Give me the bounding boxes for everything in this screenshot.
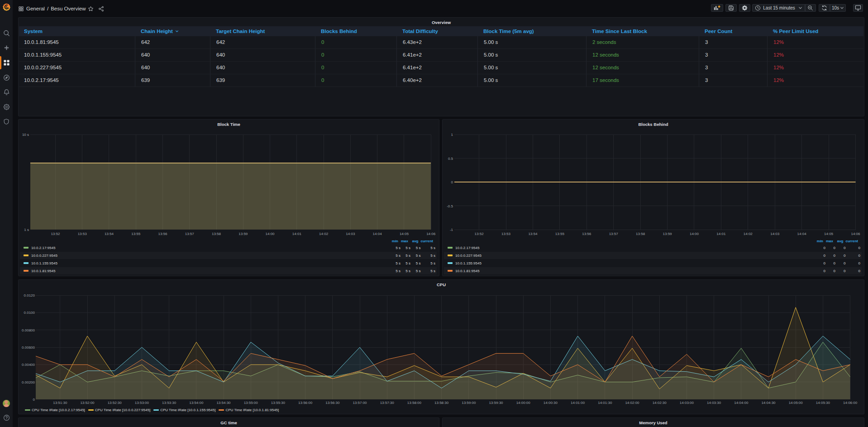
legend-stat-header[interactable]: min — [817, 239, 823, 244]
save-dashboard-button[interactable] — [725, 4, 737, 12]
sidebar-item-server-admin[interactable] — [0, 115, 13, 128]
table-cell: 640 — [210, 49, 315, 62]
x-tick-label: 13:52:30 — [108, 401, 122, 405]
legend-series-name[interactable]: 10.0.2.17:9545 — [31, 246, 55, 250]
legend-series-name[interactable]: 10.0.1.81:9545 — [31, 269, 55, 273]
legend-stat-header[interactable]: current — [420, 239, 433, 244]
legend-series-name[interactable]: 10.0.1.155:9545 — [455, 261, 482, 265]
legend-series-name[interactable]: 10.0.0.227:9545 — [31, 254, 57, 258]
legend-item[interactable]: CPU Time IRate [10.0.2.17:9545] — [25, 408, 88, 412]
y-tick-label: 0.00800 — [22, 328, 35, 332]
add-panel-button[interactable] — [711, 4, 723, 12]
table-row: 10.0.1.155:954564064006.41e+25.00 s12 se… — [19, 49, 863, 62]
legend-series-color[interactable] — [448, 247, 453, 249]
legend-item[interactable]: CPU Time IRate [10.0.1.155:9545] — [153, 408, 219, 412]
legend-series-color — [153, 409, 159, 411]
column-header-chain-height[interactable]: Chain Height — [135, 26, 210, 36]
legend-series-color[interactable] — [448, 270, 453, 272]
table-cell: 6.43e+2 — [396, 36, 477, 49]
legend-stat-header[interactable]: min — [392, 239, 398, 244]
y-tick-label: 0.0100 — [24, 311, 35, 315]
search-icon — [3, 30, 10, 37]
share-icon[interactable] — [98, 6, 104, 12]
table-row: 10.0.1.81:954564264206.43e+25.00 s2 seco… — [19, 36, 863, 49]
legend-series-name[interactable]: 10.0.1.81:9545 — [455, 269, 479, 273]
x-tick-label: 14:03:00 — [680, 401, 694, 405]
table-cell: 12 seconds — [586, 62, 699, 74]
time-range-picker[interactable]: Last 15 minutes — [752, 4, 805, 12]
table-cell: 12% — [767, 36, 863, 49]
legend-series-color[interactable] — [24, 247, 29, 249]
panel-title[interactable]: Overview — [19, 20, 864, 25]
sidebar-item-dashboards[interactable] — [0, 56, 13, 69]
column-header--peer-limit-used[interactable]: % Peer Limit Used — [767, 26, 863, 36]
legend-series-name[interactable]: 10.0.2.17:9545 — [455, 246, 479, 250]
clock-icon — [755, 5, 761, 11]
table-cell: 5.00 s — [477, 74, 586, 87]
column-header-time-since-last-block[interactable]: Time Since Last Block — [586, 26, 699, 36]
legend-series-color[interactable] — [448, 254, 453, 256]
x-tick-label: 13:56:00 — [298, 401, 313, 405]
legend-series-color[interactable] — [24, 254, 29, 256]
legend-series-name[interactable]: 10.0.1.155:9545 — [31, 261, 57, 265]
panel-title[interactable]: GC time — [19, 420, 439, 425]
x-tick-label: 14:02 — [744, 232, 753, 236]
legend-stat-header[interactable]: avg — [837, 239, 844, 244]
zoom-out-button[interactable] — [805, 4, 816, 12]
legend-series-color[interactable] — [24, 262, 29, 264]
breadcrumb-separator: / — [47, 6, 48, 11]
sidebar-item-create[interactable] — [0, 41, 13, 54]
chevron-down-icon — [840, 6, 844, 10]
refresh-interval-label: 10s — [832, 5, 839, 10]
column-header-total-difficulty[interactable]: Total Difficulty — [396, 26, 477, 36]
page-title[interactable]: Besu Overview — [51, 6, 86, 11]
x-tick-label: 13:55 — [555, 232, 565, 236]
legend-stat-header[interactable]: current — [845, 239, 858, 244]
x-tick-label: 14:05:30 — [816, 401, 830, 405]
table-cell: 640 — [210, 62, 315, 74]
chart-cpu[interactable]: 13:51:3013:52:0013:52:3013:53:0013:53:30… — [19, 280, 865, 415]
legend-stat-value: 0 — [844, 267, 845, 275]
x-tick-label: 13:59 — [663, 232, 672, 236]
refresh-button[interactable] — [819, 4, 830, 12]
legend-stat-value: 0 — [858, 267, 860, 275]
sidebar-item-help[interactable] — [0, 411, 13, 424]
star-icon[interactable] — [88, 6, 94, 12]
legend-row: 10.0.1.81:9545 — [24, 267, 55, 275]
dashboard-settings-button[interactable] — [739, 4, 750, 12]
legend-stat-header[interactable]: max — [826, 239, 833, 244]
sidebar-item-search[interactable] — [0, 26, 13, 40]
sort-caret-icon — [175, 26, 179, 36]
legend-stat-header[interactable]: avg — [412, 239, 419, 244]
table-cell: 10.0.1.155:9545 — [19, 49, 135, 62]
legend-series-color[interactable] — [448, 262, 453, 264]
column-header-block-time-5m-avg-[interactable]: Block Time (5m avg) — [477, 26, 586, 36]
breadcrumb-folder[interactable]: General — [26, 6, 45, 11]
panel-blocks-behind: Blocks Behind 13:5213:5313:5413:5513:561… — [442, 119, 864, 276]
sidebar-item-explore[interactable] — [0, 71, 13, 84]
x-tick-label: 13:53:00 — [135, 401, 149, 405]
legend-item[interactable]: CPU Time IRate [10.0.0.227:9545] — [88, 408, 153, 412]
column-header-target-chain-height[interactable]: Target Chain Height — [210, 26, 315, 36]
panel-title[interactable]: Memory Used — [443, 420, 864, 425]
column-header-blocks-behind[interactable]: Blocks Behind — [315, 26, 396, 36]
legend-stat-header[interactable]: max — [401, 239, 408, 244]
legend-item[interactable]: CPU Time IRate [10.0.1.81:9545] — [219, 408, 282, 412]
x-tick-label: 13:58:00 — [407, 401, 422, 405]
column-header-system[interactable]: System — [19, 26, 135, 36]
cycle-view-mode-button[interactable] — [853, 4, 863, 12]
avatar[interactable] — [3, 400, 10, 407]
grafana-logo[interactable] — [2, 2, 11, 11]
x-tick-label: 13:52:00 — [80, 401, 95, 405]
sidebar-item-configuration[interactable] — [0, 100, 13, 114]
refresh-interval-picker[interactable]: 10s — [830, 4, 846, 12]
search-minus-icon — [807, 5, 813, 11]
sidebar-item-alerting[interactable] — [0, 85, 13, 99]
legend-series-color — [25, 409, 30, 411]
legend-series-name[interactable]: 10.0.0.227:9545 — [455, 254, 482, 258]
x-tick-label: 14:05:00 — [789, 401, 803, 405]
gear-icon — [742, 5, 748, 11]
y-tick-label: 0 — [451, 180, 453, 184]
legend-series-color[interactable] — [24, 270, 29, 272]
column-header-peer-count[interactable]: Peer Count — [699, 26, 767, 36]
